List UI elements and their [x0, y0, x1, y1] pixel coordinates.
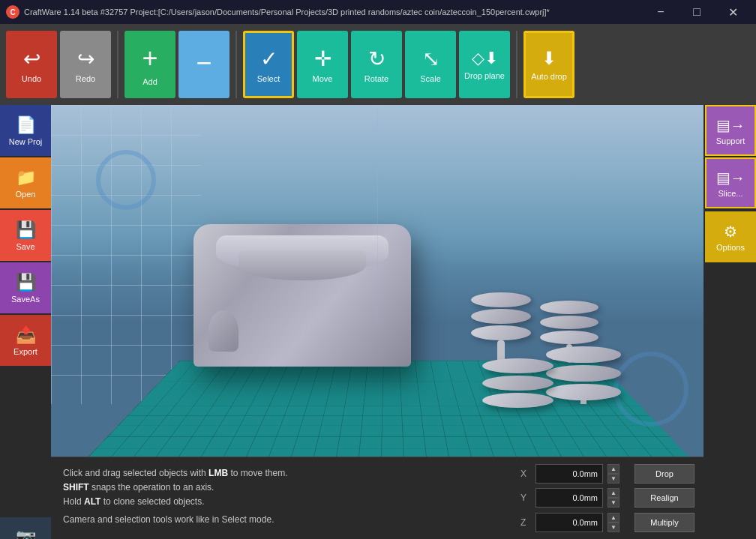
info-line-4: Camera and selection tools work like in …	[63, 513, 502, 527]
slice-icon: ▤→	[716, 169, 746, 187]
save-button[interactable]: 💾 Save	[0, 210, 51, 261]
coord-row-x: X 0.0mm ▲ ▼	[520, 464, 620, 484]
add-button[interactable]: + Add	[124, 31, 176, 98]
select-button[interactable]: ✓ Select	[243, 31, 294, 98]
right-sidebar: ▤→ Support ▤→ Slice... ⚙ Options	[704, 105, 756, 262]
export-icon: 📤	[16, 325, 36, 345]
rotate-icon: ↻	[368, 46, 386, 71]
add-remove-group: + Add −	[124, 31, 230, 98]
z-spinner[interactable]: ▲ ▼	[608, 513, 620, 532]
newproj-button[interactable]: 📄 New Proj	[0, 105, 51, 156]
undo-icon: ↩	[23, 46, 40, 71]
x-value-display: 0.0mm	[536, 464, 603, 484]
info-line-3: Hold ALT to clone selected objects.	[63, 495, 502, 509]
export-button[interactable]: 📤 Export	[0, 315, 51, 366]
bottom-panel: Click and drag selected objects with LMB…	[51, 457, 704, 539]
camera-button[interactable]: 📷 Camera	[0, 517, 51, 539]
open-button[interactable]: 📁 Open	[0, 157, 51, 208]
scale-icon: ⤡	[422, 46, 440, 71]
toolbar-divider-1	[117, 31, 118, 98]
slice-label: Slice...	[718, 189, 742, 198]
left-sidebar: 📄 New Proj 📁 Open 💾 Save 💾 SaveAs 📤 Expo…	[0, 105, 51, 539]
options-button[interactable]: ⚙ Options	[705, 211, 756, 262]
window-title: CraftWare 1.14 beta #32757 Project:[C:/U…	[24, 7, 550, 16]
x-down-button[interactable]: ▼	[608, 474, 620, 484]
redo-label: Redo	[76, 74, 95, 83]
rotate-button[interactable]: ↻ Rotate	[351, 31, 402, 98]
dropplane-button[interactable]: ◇⬇ Drop plane	[459, 31, 510, 98]
save-label: Save	[16, 242, 34, 251]
move-label: Move	[313, 74, 333, 83]
drop-action-button[interactable]: Drop	[634, 464, 694, 484]
axis-line	[377, 105, 378, 322]
support-icon: ▤→	[716, 116, 746, 134]
remove-icon: −	[196, 47, 212, 79]
add-icon: +	[142, 43, 158, 74]
action-buttons-panel: Drop Realign Multiply	[626, 457, 704, 539]
y-up-button[interactable]: ▲	[608, 488, 620, 498]
y-down-button[interactable]: ▼	[608, 498, 620, 508]
info-line-2: SHIFT snaps the operation to an axis.	[63, 481, 502, 495]
x-spinner[interactable]: ▲ ▼	[608, 464, 620, 484]
x-up-button[interactable]: ▲	[608, 464, 620, 474]
toolbar-divider-3	[516, 31, 518, 98]
open-label: Open	[16, 190, 36, 199]
support-label: Support	[716, 136, 746, 145]
toolbar: ↩ Undo ↪ Redo + Add − ✓ Select ✛ Move ↻ …	[0, 24, 756, 105]
x-axis-label: X	[520, 469, 531, 479]
newproj-icon: 📄	[16, 115, 36, 135]
realign-action-button[interactable]: Realign	[634, 488, 694, 508]
saveas-icon: 💾	[16, 273, 36, 292]
open-icon: 📁	[16, 168, 36, 187]
rotate-label: Rotate	[364, 74, 388, 83]
y-axis-label: Y	[520, 493, 531, 503]
redo-icon: ↪	[77, 46, 94, 71]
export-label: Export	[14, 347, 38, 356]
autodrop-icon: ⬇	[542, 48, 556, 69]
coin-stack-3	[546, 346, 621, 404]
coords-panel: X 0.0mm ▲ ▼ Y 0.0mm ▲ ▼ Z 0.0mm	[514, 457, 626, 539]
coord-row-y: Y 0.0mm ▲ ▼	[520, 488, 620, 508]
saveas-label: SaveAs	[11, 295, 40, 304]
z-axis-label: Z	[520, 517, 531, 528]
options-icon: ⚙	[724, 223, 737, 241]
dropplane-label: Drop plane	[464, 71, 505, 80]
saveas-button[interactable]: 💾 SaveAs	[0, 262, 51, 313]
coin-stack-4	[482, 358, 554, 408]
move-icon: ✛	[314, 46, 332, 71]
move-button[interactable]: ✛ Move	[297, 31, 348, 98]
maximize-button[interactable]: □	[680, 0, 714, 24]
toolbar-divider-2	[236, 31, 237, 98]
app-logo: C	[6, 5, 20, 19]
minimize-button[interactable]: −	[644, 0, 678, 24]
close-button[interactable]: ✕	[716, 0, 750, 24]
redo-button[interactable]: ↪ Redo	[60, 31, 111, 98]
undo-redo-group: ↩ Undo ↪ Redo	[6, 31, 111, 98]
options-label: Options	[716, 243, 745, 252]
undo-label: Undo	[22, 74, 41, 83]
undo-button[interactable]: ↩ Undo	[6, 31, 57, 98]
rotate-handle-right	[614, 352, 688, 427]
info-line-1: Click and drag selected objects with LMB…	[63, 466, 502, 481]
titlebar: C CraftWare 1.14 beta #32757 Project:[C:…	[0, 0, 756, 24]
coord-row-z: Z 0.0mm ▲ ▼	[520, 513, 620, 532]
support-button[interactable]: ▤→ Support	[705, 105, 756, 156]
scale-button[interactable]: ⤡ Scale	[405, 31, 456, 98]
y-spinner[interactable]: ▲ ▼	[608, 488, 620, 508]
select-icon: ✓	[260, 46, 278, 71]
rotate-handle-left	[96, 150, 156, 210]
select-label: Select	[257, 74, 280, 83]
titlebar-controls[interactable]: − □ ✕	[644, 0, 750, 24]
titlebar-left: C CraftWare 1.14 beta #32757 Project:[C:…	[6, 5, 550, 19]
transform-group: ✓ Select ✛ Move ↻ Rotate ⤡ Scale ◇⬇ Drop…	[243, 31, 510, 98]
autodrop-button[interactable]: ⬇ Auto drop	[524, 31, 574, 98]
z-down-button[interactable]: ▼	[608, 523, 620, 532]
scale-label: Scale	[420, 74, 441, 83]
slice-button[interactable]: ▤→ Slice...	[705, 157, 756, 208]
multiply-action-button[interactable]: Multiply	[634, 513, 694, 532]
z-up-button[interactable]: ▲	[608, 513, 620, 523]
info-text-panel: Click and drag selected objects with LMB…	[51, 457, 514, 539]
remove-button[interactable]: −	[178, 31, 230, 98]
dropplane-icon: ◇⬇	[472, 49, 498, 68]
coin-stack-1	[471, 292, 531, 363]
